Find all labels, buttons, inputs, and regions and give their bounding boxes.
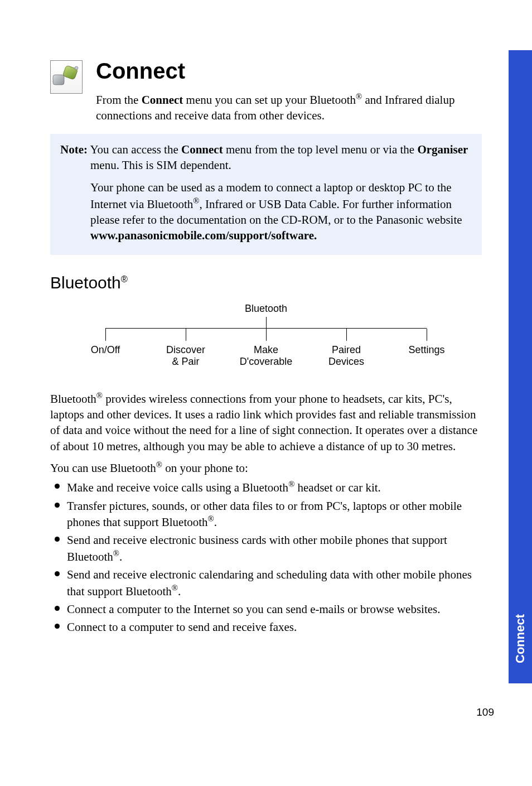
bluetooth-description: Bluetooth® provides wireless connections… [50,390,482,454]
bullet2-b: . [214,515,217,529]
title-block: Connect From the Connect menu you can se… [50,56,482,124]
note-row-2: Your phone can be used as a modem to con… [90,180,472,243]
tree-item-line1: Settings [386,344,467,356]
para1-b: provides wireless connections from your … [50,392,477,453]
note-url: www.panasonicmobile.com/support/software… [90,229,317,242]
para1-a: Bluetooth [50,392,96,406]
list-item: Make and receive voice calls using a Blu… [50,479,482,495]
tree-root-label: Bluetooth [245,302,287,315]
list-item: Send and receive electronic calendaring … [50,567,482,599]
svg-point-2 [75,66,78,70]
bullet3-b: . [119,550,122,563]
bullet2-a: Transfer pictures, sounds, or other data… [67,499,462,529]
tree-item-line1: Paired [306,344,386,356]
tree-item-discover: Discover & Pair [146,329,226,368]
list-item: Connect a computer to the Internet so yo… [50,601,482,617]
list-item: Connect to a computer to send and receiv… [50,619,482,635]
para2-b: on your phone to: [162,461,248,475]
intro-menu-name: Connect [142,93,183,107]
page-title: Connect [96,56,482,86]
bullet6: Connect to a computer to send and receiv… [67,620,297,634]
note-row-1: Note: You can access the Connect menu fr… [60,142,472,173]
registered-icon: ® [288,480,294,489]
bluetooth-uses-intro: You can use Bluetooth® on your phone to: [50,460,482,476]
intro-pre: From the [96,93,142,107]
svg-rect-0 [53,75,64,85]
page-content: Connect From the Connect menu you can se… [0,0,532,635]
section-heading-bluetooth: Bluetooth® [50,272,482,295]
note-label: Note: [60,143,88,156]
list-item: Send and receive electronic business car… [50,532,482,565]
intro-paragraph: From the Connect menu you can set up you… [96,91,482,124]
title-text: Connect From the Connect menu you can se… [96,56,482,124]
menu-tree: Bluetooth On/Off Discover & Pair Make D'… [50,302,482,368]
note1-connect: Connect [181,143,223,156]
note-box: Note: You can access the Connect menu fr… [50,134,482,255]
bullet1-b: headset or car kit. [294,481,381,494]
page-number: 109 [476,705,494,720]
intro-mid: menu you can set up your Bluetooth [183,93,356,107]
registered-icon: ® [156,460,162,469]
tree-item-line2: D'coverable [226,356,306,368]
side-tab: Connect [509,594,532,683]
tree-item-line1: Make [226,344,306,356]
registered-icon: ® [193,196,199,205]
list-item: Transfer pictures, sounds, or other data… [50,498,482,531]
tree-item-onoff: On/Off [65,329,146,368]
registered-icon: ® [356,92,362,101]
registered-icon: ® [172,584,178,592]
registered-icon: ® [96,391,103,400]
registered-icon: ® [113,549,119,558]
registered-icon: ® [121,274,128,284]
side-tab-label: Connect [512,614,529,663]
tree-item-line2: & Pair [146,356,226,368]
tree-item-line2: Devices [306,356,386,368]
bullet5: Connect a computer to the Internet so yo… [67,602,440,616]
tree-item-line1: On/Off [65,344,146,356]
note1-organiser: Organiser [417,143,468,156]
tree-item-paired: Paired Devices [306,329,386,368]
note1-c: menu from the top level menu or via the [223,143,418,156]
bullet3-a: Send and receive electronic business car… [67,533,447,563]
tree-item-line1: Discover [146,344,226,356]
bullet4-b: . [178,585,181,598]
bullet-list: Make and receive voice calls using a Blu… [50,479,482,635]
note1-e: menu. This is SIM dependent. [90,157,472,173]
tree-stem [266,317,267,328]
note1-a: You can access the [90,143,181,156]
tree-item-settings: Settings [386,329,467,368]
section-heading-text: Bluetooth [50,273,121,292]
bullet1-a: Make and receive voice calls using a Blu… [67,481,288,494]
tree-row: On/Off Discover & Pair Make D'coverable … [65,329,467,368]
tree-item-make: Make D'coverable [226,329,306,368]
registered-icon: ® [208,514,214,523]
connect-icon [50,60,83,94]
para2-a: You can use Bluetooth [50,461,156,475]
bullet4-a: Send and receive electronic calendaring … [67,568,472,597]
